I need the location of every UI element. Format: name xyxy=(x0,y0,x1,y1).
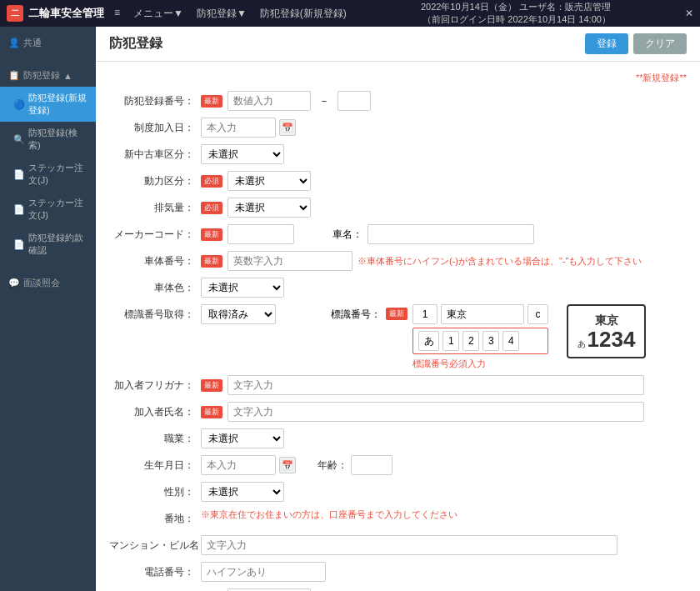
plate-required-text: 標識番号必須入力 xyxy=(412,358,548,370)
sidebar-header-interview[interactable]: 💬 面談照会 xyxy=(0,272,96,294)
registration-date-controls: 📅 xyxy=(201,118,687,138)
member-kana-input[interactable] xyxy=(228,375,644,395)
clear-button[interactable]: クリア xyxy=(633,33,687,54)
plate-region-num-input[interactable] xyxy=(412,304,438,324)
displacement-select[interactable]: 未選択 xyxy=(228,198,311,218)
registration-date-wrap: 📅 xyxy=(201,118,296,138)
plate-inputs-container: 標識番号必須入力 xyxy=(412,304,548,370)
birthdate-wrap: 📅 xyxy=(201,455,296,475)
building-input[interactable] xyxy=(201,535,618,555)
sidebar-item-new-registration[interactable]: 🔵 防犯登録(新規登録) xyxy=(0,87,96,122)
frame-number-input[interactable] xyxy=(228,251,352,271)
birthdate-controls: 📅 年齢： xyxy=(201,455,687,475)
member-kana-controls: 最新 xyxy=(201,375,687,395)
power-type-controls: 必須 未選択 xyxy=(201,171,687,191)
member-kana-label: 加入者フリガナ： xyxy=(109,375,201,393)
plate-num4-input[interactable] xyxy=(502,331,519,351)
birthdate-input[interactable] xyxy=(201,455,276,475)
registration-number-badge: 最新 xyxy=(201,95,222,108)
sidebar-item-sticker-order2[interactable]: 📄 ステッカー注文(J) xyxy=(0,192,96,227)
building-controls xyxy=(201,535,687,555)
main-layout: 👤 共通 📋 防犯登録 ▲ 🔵 防犯登録(新規登録) 🔍 防犯登録(検索) 📄 … xyxy=(0,27,700,591)
vehicle-color-select[interactable]: 未選択 xyxy=(201,278,284,298)
sidebar-item-terms-icon: 📄 xyxy=(13,239,25,250)
plate-preview-number: 1234 xyxy=(588,328,636,350)
registration-number-controls: 最新 － xyxy=(201,91,687,111)
interview-icon: 💬 xyxy=(8,278,20,288)
new-registration-label: **新規登録** xyxy=(109,72,687,84)
register-button[interactable]: 登録 xyxy=(585,33,628,54)
sidebar-section-crime: 📋 防犯登録 ▲ 🔵 防犯登録(新規登録) 🔍 防犯登録(検索) 📄 ステッカー… xyxy=(0,59,96,267)
maker-code-input[interactable] xyxy=(228,224,294,244)
maker-row: メーカーコード： 最新 車名： xyxy=(109,224,687,246)
displacement-row: 排気量： 必須 未選択 xyxy=(109,198,687,219)
vehicle-name-input[interactable] xyxy=(368,224,534,244)
power-type-select[interactable]: 未選択 xyxy=(228,171,311,191)
registration-number-suffix-input[interactable] xyxy=(338,91,371,111)
sidebar: 👤 共通 📋 防犯登録 ▲ 🔵 防犯登録(新規登録) 🔍 防犯登録(検索) 📄 … xyxy=(0,27,96,591)
nav-menu-dropdown[interactable]: メニュー▼ xyxy=(133,7,183,21)
plate-num1-input[interactable] xyxy=(442,331,459,351)
registration-number-label: 防犯登録番号： xyxy=(109,91,201,108)
sidebar-item-sticker1-icon: 📄 xyxy=(13,169,25,180)
sidebar-item-sticker2-icon: 📄 xyxy=(13,204,25,215)
member-name-row: 加入者氏名： 最新 xyxy=(109,402,687,423)
gender-select[interactable]: 未選択 xyxy=(201,482,284,502)
plate-class-input[interactable] xyxy=(528,304,548,324)
plate-number-row: 標識番号取得： 取得済み 標識番号： 最新 xyxy=(109,304,687,370)
plate-num2-input[interactable] xyxy=(462,331,479,351)
age-input[interactable] xyxy=(351,455,392,475)
plate-region-name-input[interactable] xyxy=(441,304,524,324)
sidebar-item-sticker-order1[interactable]: 📄 ステッカー注文(J) xyxy=(0,157,96,192)
sidebar-header-crime[interactable]: 📋 防犯登録 ▲ xyxy=(0,64,96,87)
member-name-input[interactable] xyxy=(228,402,644,422)
sidebar-header-common[interactable]: 👤 共通 xyxy=(0,32,96,54)
sidebar-item-search[interactable]: 🔍 防犯登録(検索) xyxy=(0,122,96,157)
dash-separator: － xyxy=(316,94,332,108)
member-name-badge: 最新 xyxy=(201,406,222,418)
datetime-display: 2022年10月14日（金） ユーザ名：販売店管理 xyxy=(421,1,611,13)
plate-num3-input[interactable] xyxy=(482,331,499,351)
maker-required-badge: 最新 xyxy=(201,228,222,241)
vehicle-type-controls: 未選択 xyxy=(201,144,687,164)
nav-menu[interactable]: ≡ xyxy=(114,7,120,21)
vehicle-color-label: 車体色： xyxy=(109,278,201,295)
maker-label: メーカーコード： xyxy=(109,224,201,242)
registration-number-row: 防犯登録番号： 最新 － xyxy=(109,91,687,113)
vehicle-type-select[interactable]: 未選択 xyxy=(201,144,284,164)
registration-number-input[interactable] xyxy=(228,91,311,111)
frame-number-label: 車体番号： xyxy=(109,251,201,268)
vehicle-type-label: 新中古車区分： xyxy=(109,144,201,162)
power-required-badge: 必須 xyxy=(201,175,222,188)
birthdate-label: 生年月日： xyxy=(109,455,201,473)
gender-row: 性別： 未選択 xyxy=(109,482,687,503)
plate-number-label: 標識番号： xyxy=(331,304,381,322)
sidebar-item-search-icon: 🔍 xyxy=(13,134,25,145)
displacement-controls: 必須 未選択 xyxy=(201,198,687,218)
form-area: **新規登録** 防犯登録番号： 最新 － 制度加入日： xyxy=(96,62,700,591)
calendar-icon[interactable]: 📅 xyxy=(279,119,296,136)
birthdate-row: 生年月日： 📅 年齢： xyxy=(109,455,687,477)
frame-number-row: 車体番号： 最新 ※車体番号にハイフン(-)が含まれている場合は、"-"も入力し… xyxy=(109,251,687,273)
plate-char-input[interactable] xyxy=(418,331,439,351)
top-nav: ≡ メニュー▼ 防犯登録▼ 防犯登録(新規登録) xyxy=(114,7,347,21)
frame-number-hint: ※車体番号にハイフン(-)が含まれている場合は、"-"も入力して下さい xyxy=(358,255,642,268)
phone-input[interactable] xyxy=(201,562,326,582)
member-kana-row: 加入者フリガナ： 最新 xyxy=(109,375,687,397)
page-title: 防犯登録 xyxy=(109,35,162,53)
occupation-select[interactable]: 未選択 xyxy=(201,428,284,448)
content-area: 防犯登録 登録 クリア **新規登録** 防犯登録番号： 最新 － xyxy=(96,27,700,591)
plate-acquisition-select[interactable]: 取得済み xyxy=(201,304,276,324)
close-button[interactable]: ✕ xyxy=(685,8,693,19)
app-icon: 二 xyxy=(7,5,23,22)
maker-controls: 最新 車名： xyxy=(201,224,687,244)
nav-current-page: 防犯登録(新規登録) xyxy=(260,7,347,21)
address-note-label: 番地： xyxy=(109,508,201,526)
sidebar-item-terms[interactable]: 📄 防犯登録約款確認 xyxy=(0,227,96,262)
birthdate-calendar-icon[interactable]: 📅 xyxy=(279,457,296,473)
registration-date-input[interactable] xyxy=(201,118,276,138)
nav-crime-prevention[interactable]: 防犯登録▼ xyxy=(197,7,247,21)
building-label: マンション・ビル名： xyxy=(109,535,201,553)
address-note-row: 番地： ※東京在住でお住まいの方は、口座番号まで入力してください xyxy=(109,508,687,530)
content-inner: 防犯登録 登録 クリア **新規登録** 防犯登録番号： 最新 － xyxy=(96,27,700,591)
